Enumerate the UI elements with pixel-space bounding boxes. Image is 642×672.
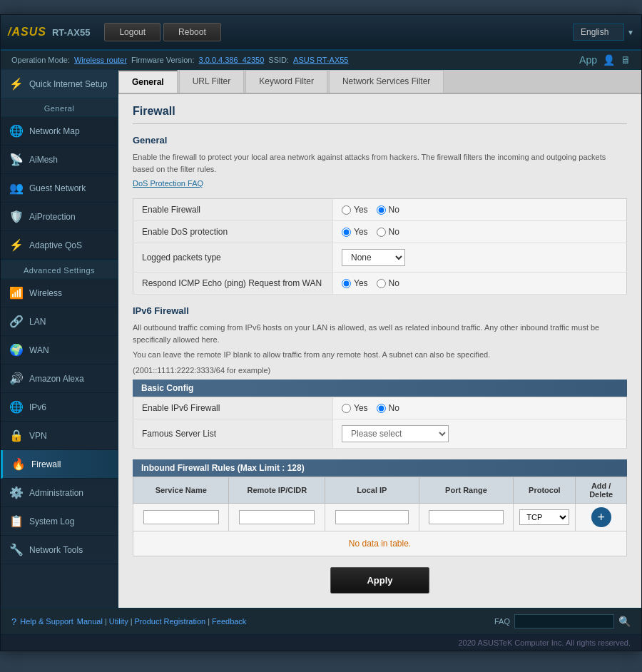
- ipv6-firewall-label: Enable IPv6 Firewall: [133, 397, 333, 419]
- reboot-button[interactable]: Reboot: [163, 23, 221, 41]
- table-row-icmp: Respond ICMP Echo (ping) Request from WA…: [133, 273, 627, 295]
- service-name-cell: [133, 504, 229, 531]
- sidebar-item-network-map[interactable]: 🌐 Network Map: [1, 117, 118, 146]
- tab-general[interactable]: General: [118, 70, 178, 93]
- tab-keyword-filter[interactable]: Keyword Filter: [245, 70, 327, 93]
- sidebar-item-wireless[interactable]: 📶 Wireless: [1, 279, 118, 307]
- tab-network-services-filter[interactable]: Network Services Filter: [329, 70, 444, 93]
- lan-icon: 🔗: [9, 315, 24, 328]
- log-icon: 📋: [9, 514, 24, 528]
- language-selector[interactable]: English: [573, 24, 624, 41]
- search-button[interactable]: 🔍: [618, 616, 631, 627]
- firewall-icon: 🔥: [11, 457, 26, 471]
- logged-packets-label: Logged packets type: [133, 243, 333, 273]
- sidebar-item-system-log[interactable]: 📋 System Log: [1, 507, 118, 536]
- sidebar-item-network-tools[interactable]: 🔧 Network Tools: [1, 536, 118, 564]
- sidebar-item-wan[interactable]: 🌍 WAN: [1, 336, 118, 365]
- basic-config-header: Basic Config: [133, 380, 627, 397]
- remote-ip-input[interactable]: [239, 510, 315, 524]
- sidebar-item-aimesh[interactable]: 📡 AiMesh: [1, 146, 118, 174]
- sidebar-item-adaptive-qos[interactable]: ⚡ Adaptive QoS: [1, 231, 118, 260]
- ipv6-example: (2001::1111:2222:3333/64 for example): [133, 365, 627, 377]
- person-icon[interactable]: 👤: [603, 54, 615, 66]
- footer-manual-link[interactable]: Manual: [77, 617, 103, 626]
- tab-url-filter[interactable]: URL Filter: [179, 70, 245, 93]
- add-delete-cell: +: [576, 504, 627, 531]
- info-bar: Operation Mode: Wireless router Firmware…: [1, 51, 641, 70]
- famous-server-value: Please select: [333, 419, 627, 449]
- enable-firewall-yes[interactable]: Yes: [342, 205, 368, 215]
- dos-no[interactable]: No: [377, 227, 399, 237]
- apply-button[interactable]: Apply: [330, 567, 429, 594]
- sidebar-item-quick-setup[interactable]: ⚡ Quick Internet Setup: [1, 70, 118, 98]
- ipv6-icon: 🌐: [9, 400, 24, 414]
- help-support-label[interactable]: Help & Support: [20, 617, 73, 626]
- local-ip-input[interactable]: [335, 510, 409, 524]
- logged-packets-value: None Dropped Accepted Both: [333, 243, 627, 273]
- logout-button[interactable]: Logout: [104, 23, 160, 41]
- sidebar-item-aiprotection[interactable]: 🛡️ AiProtection: [1, 203, 118, 231]
- icmp-yes[interactable]: Yes: [342, 278, 368, 288]
- faq-search-input[interactable]: [514, 614, 614, 628]
- sidebar-label-network-map: Network Map: [29, 126, 80, 136]
- sidebar-label-network-tools: Network Tools: [29, 545, 83, 555]
- sidebar-label-aiprotection: AiProtection: [29, 212, 76, 222]
- famous-server-select[interactable]: Please select: [342, 425, 449, 442]
- dos-faq-link[interactable]: DoS Protection FAQ: [133, 179, 203, 188]
- icmp-no[interactable]: No: [377, 278, 399, 288]
- logged-packets-select[interactable]: None Dropped Accepted Both: [342, 249, 405, 266]
- tab-bar: General URL Filter Keyword Filter Networ…: [118, 70, 641, 94]
- operation-mode-value[interactable]: Wireless router: [74, 56, 127, 64]
- table-row-ipv6-firewall: Enable IPv6 Firewall Yes No: [133, 397, 627, 419]
- app-label[interactable]: App: [579, 54, 597, 66]
- service-name-input[interactable]: [143, 510, 219, 524]
- sidebar-item-ipv6[interactable]: 🌐 IPv6: [1, 393, 118, 422]
- footer-utility-link[interactable]: Utility: [109, 617, 128, 626]
- firewall-settings-table: Enable Firewall Yes No: [133, 198, 627, 295]
- dos-label: Enable DoS protection: [133, 221, 333, 243]
- sidebar-item-firewall[interactable]: 🔥 Firewall: [1, 450, 118, 479]
- protocol-select[interactable]: TCP UDP BOTH: [519, 509, 569, 525]
- sidebar-item-vpn[interactable]: 🔒 VPN: [1, 422, 118, 450]
- remote-ip-cell: [229, 504, 325, 531]
- protocol-cell: TCP UDP BOTH: [514, 504, 576, 531]
- dos-value: Yes No: [333, 221, 627, 243]
- sidebar-label-ipv6: IPv6: [29, 402, 46, 412]
- wan-icon: 🌍: [9, 343, 24, 357]
- ipv6-firewall-value: Yes No: [333, 397, 627, 419]
- enable-firewall-label: Enable Firewall: [133, 199, 333, 221]
- port-range-input[interactable]: [429, 510, 503, 524]
- enable-firewall-no[interactable]: No: [377, 205, 399, 215]
- sidebar-item-guest-network[interactable]: 👥 Guest Network: [1, 174, 118, 203]
- general-description: Enable the firewall to protect your loca…: [133, 151, 627, 175]
- table-header-row: Service Name Remote IP/CIDR Local IP Por…: [133, 477, 627, 504]
- asus-logo-text: /ASUS: [8, 26, 46, 39]
- footer-feedback-link[interactable]: Feedback: [212, 617, 246, 626]
- table-row-enable-firewall: Enable Firewall Yes No: [133, 199, 627, 221]
- content-area: General URL Filter Keyword Filter Networ…: [118, 70, 641, 608]
- ipv6-description2: You can leave the remote IP blank to all…: [133, 349, 627, 361]
- sidebar-item-administration[interactable]: ⚙️ Administration: [1, 479, 118, 507]
- aimesh-icon: 📡: [9, 153, 24, 166]
- add-rule-button[interactable]: +: [591, 507, 611, 527]
- model-name: RT-AX55: [52, 27, 90, 38]
- sidebar-label-lan: LAN: [29, 317, 46, 327]
- table-row-famous-server: Famous Server List Please select: [133, 419, 627, 449]
- sidebar-advanced-section: Advanced Settings: [1, 260, 118, 279]
- dos-yes[interactable]: Yes: [342, 227, 368, 237]
- sidebar: ⚡ Quick Internet Setup General 🌐 Network…: [1, 70, 118, 608]
- sidebar-label-alexa: Amazon Alexa: [29, 374, 84, 384]
- ipv6-fw-no[interactable]: No: [377, 403, 399, 413]
- monitor-icon[interactable]: 🖥: [621, 54, 631, 66]
- ipv6-fw-yes[interactable]: Yes: [342, 403, 368, 413]
- firmware-value[interactable]: 3.0.0.4.386_42350: [199, 56, 265, 64]
- footer-product-registration-link[interactable]: Product Registration: [135, 617, 206, 626]
- ipv6-section-title: IPv6 Firewall: [133, 305, 627, 316]
- ssid-value[interactable]: ASUS RT-AX55: [293, 56, 348, 64]
- icmp-label: Respond ICMP Echo (ping) Request from WA…: [133, 273, 333, 295]
- footer: ? Help & Support Manual| Utility| Produc…: [1, 608, 641, 634]
- help-icon[interactable]: ?: [11, 616, 16, 627]
- copyright-text: 2020 ASUSTeK Computer Inc. All rights re…: [1, 634, 641, 651]
- sidebar-item-lan[interactable]: 🔗 LAN: [1, 307, 118, 336]
- sidebar-item-amazon-alexa[interactable]: 🔊 Amazon Alexa: [1, 365, 118, 393]
